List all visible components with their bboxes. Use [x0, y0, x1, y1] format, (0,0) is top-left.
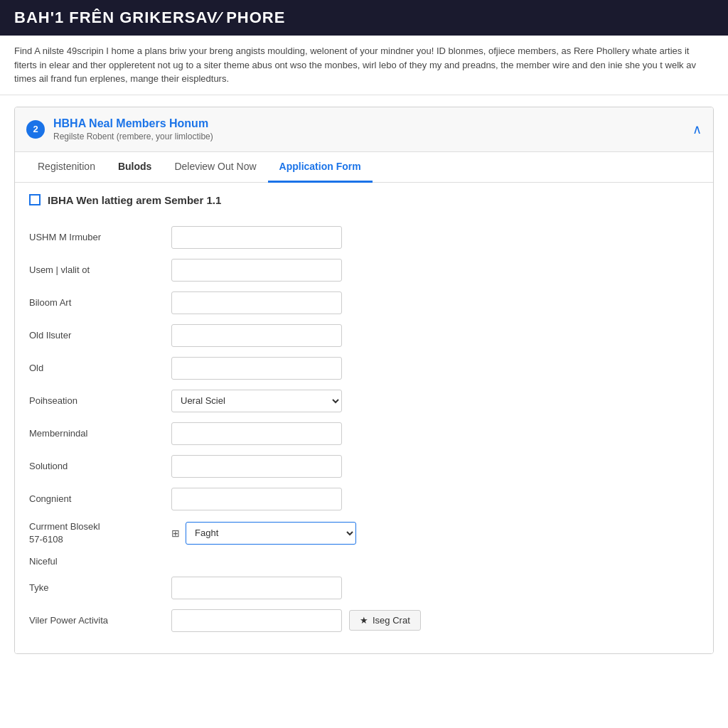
field-row-membernindal: Membernindal	[29, 422, 699, 445]
label-currment: Currment Blosekl57-6108	[29, 520, 171, 546]
iseg-crat-icon: ★	[360, 615, 368, 626]
form-content: IBHA Wen lattieg arem Sember 1.1 USHM M …	[15, 183, 713, 653]
field-row-solutiond: Solutiond	[29, 455, 699, 478]
section-header-left: 2 HBHA Neal Members Honum Regilste Roben…	[26, 117, 213, 141]
label-old-ilsuter: Old Ilsuter	[29, 330, 171, 341]
collapse-icon[interactable]: ∧	[692, 122, 702, 137]
iseg-crat-label: Iseg Crat	[373, 615, 410, 626]
label-niceful: Niceful	[29, 556, 171, 567]
label-old: Old	[29, 363, 171, 373]
iseg-crat-button[interactable]: ★ Iseg Crat	[349, 610, 421, 631]
section-title: HBHA Neal Members Honum	[53, 117, 213, 130]
inline-grid-icon: ⊞	[171, 528, 180, 539]
select-poihseation[interactable]: Ueral Sciel Option 2 Option 3	[171, 390, 342, 412]
label-biloom: Biloom Art	[29, 297, 171, 308]
section-header: 2 HBHA Neal Members Honum Regilste Roben…	[15, 107, 713, 152]
tabs-bar: Registenition Bulods Deleview Out Now Ap…	[15, 152, 713, 183]
section-badge: 2	[26, 120, 45, 139]
input-old[interactable]	[171, 357, 342, 380]
select-currment[interactable]: Faght Option B Option C	[186, 522, 356, 545]
description-block: Find A nilste 49scripin I home a plans b…	[0, 36, 728, 95]
tab-bulods[interactable]: Bulods	[107, 152, 163, 183]
field-row-usem: Usem | vlalit ot	[29, 259, 699, 282]
field-row-currment: Currment Blosekl57-6108 ⊞ Faght Option B…	[29, 520, 699, 546]
app-header: BAH'1 FRÊN GRIKERSAV∕ PHORE	[0, 0, 728, 36]
input-tyke[interactable]	[171, 577, 342, 599]
tab-application-form[interactable]: Application Form	[268, 152, 373, 183]
field-row-congnient: Congnient	[29, 488, 699, 510]
input-membernindal[interactable]	[171, 422, 342, 445]
input-viler[interactable]	[171, 609, 342, 632]
section-title-block: HBHA Neal Members Honum Regilste Robent …	[53, 117, 213, 141]
section-card: 2 HBHA Neal Members Honum Regilste Roben…	[14, 107, 714, 654]
label-viler: Viler Power Activita	[29, 615, 171, 626]
section-checkbox-icon	[29, 194, 41, 205]
form-section-title: IBHA Wen lattieg arem Sember 1.1	[29, 194, 699, 212]
label-membernindal: Membernindal	[29, 428, 171, 439]
field-row-old: Old	[29, 357, 699, 380]
form-section-title-text: IBHA Wen lattieg arem Sember 1.1	[48, 194, 221, 206]
field-row-niceful: Niceful	[29, 556, 699, 567]
app-title: BAH'1 FRÊN GRIKERSAV∕ PHORE	[14, 9, 285, 26]
section-subtitle: Regilste Robent (rembere, your limloctib…	[53, 132, 213, 141]
input-usem[interactable]	[171, 259, 342, 282]
label-solutiond: Solutiond	[29, 461, 171, 471]
field-row-viler: Viler Power Activita ★ Iseg Crat	[29, 609, 699, 632]
description-text: Find A nilste 49scripin I home a plans b…	[14, 46, 696, 84]
tab-registration[interactable]: Registenition	[26, 152, 107, 183]
tab-deleview[interactable]: Deleview Out Now	[163, 152, 267, 183]
label-poihseation: Poihseation	[29, 395, 171, 406]
field-row-biloom: Biloom Art	[29, 291, 699, 314]
input-old-ilsuter[interactable]	[171, 324, 342, 347]
field-row-old-ilsuter: Old Ilsuter	[29, 324, 699, 347]
field-row-tyke: Tyke	[29, 577, 699, 599]
input-biloom[interactable]	[171, 291, 342, 314]
label-ushm: USHM M Irmuber	[29, 232, 171, 242]
label-tyke: Tyke	[29, 582, 171, 593]
input-ushm[interactable]	[171, 226, 342, 249]
label-usem: Usem | vlalit ot	[29, 264, 171, 275]
label-congnient: Congnient	[29, 493, 171, 504]
field-row-poihseation: Poihseation Ueral Sciel Option 2 Option …	[29, 390, 699, 412]
input-congnient[interactable]	[171, 488, 342, 510]
input-solutiond[interactable]	[171, 455, 342, 478]
field-row-ushm: USHM M Irmuber	[29, 226, 699, 249]
